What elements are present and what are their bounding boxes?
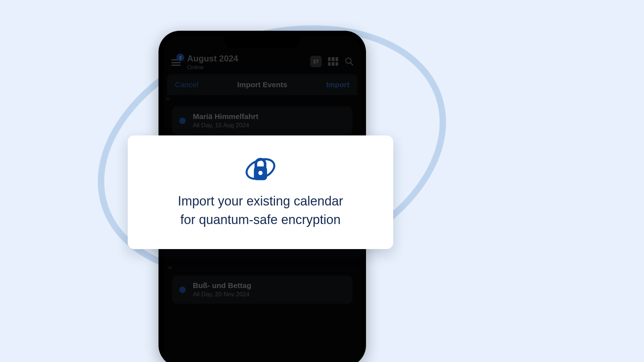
event-subtitle: All Day, 20 Nov 2024 — [193, 291, 251, 298]
today-button[interactable]: 27 — [310, 56, 322, 67]
menu-button[interactable]: 2 — [171, 56, 184, 68]
phone-notch — [225, 36, 300, 48]
svg-point-4 — [258, 171, 263, 175]
event-subtitle: All Day, 15 Aug 2024 — [193, 122, 258, 129]
promo-text: Import your existing calendar for quantu… — [142, 192, 379, 229]
month-title: August 2024 — [187, 54, 310, 64]
online-status: Online — [187, 64, 310, 71]
app-topbar: 2 August 2024 Online 27 — [164, 54, 361, 74]
sheet-title: Import Events — [237, 80, 287, 89]
svg-line-1 — [350, 63, 352, 65]
promo-line-1: Import your existing calendar — [178, 194, 343, 208]
search-icon[interactable] — [345, 57, 354, 66]
import-sheet-header: Cancel Import Events Import — [167, 74, 357, 95]
event-row[interactable]: Mariä Himmelfahrt All Day, 15 Aug 2024 — [172, 106, 352, 135]
event-title: Buß- und Bettag — [193, 281, 251, 290]
import-button[interactable]: Import — [326, 80, 350, 89]
cancel-button[interactable]: Cancel — [175, 80, 198, 89]
event-title: Mariä Himmelfahrt — [193, 112, 258, 121]
notification-badge: 2 — [176, 54, 184, 61]
promo-line-2: for quantum-safe encryption — [180, 212, 341, 227]
event-row[interactable]: Buß- und Bettag All Day, 20 Nov 2024 — [172, 276, 352, 304]
time-gutter-label: 31 — [164, 95, 361, 101]
calendar-dot-icon — [179, 118, 186, 124]
calendar-dot-icon — [179, 287, 186, 293]
lock-orbit-icon — [244, 153, 277, 185]
time-gutter-label: 34 — [166, 264, 352, 270]
view-grid-icon[interactable] — [328, 57, 338, 66]
promo-card: Import your existing calendar for quantu… — [128, 135, 393, 249]
